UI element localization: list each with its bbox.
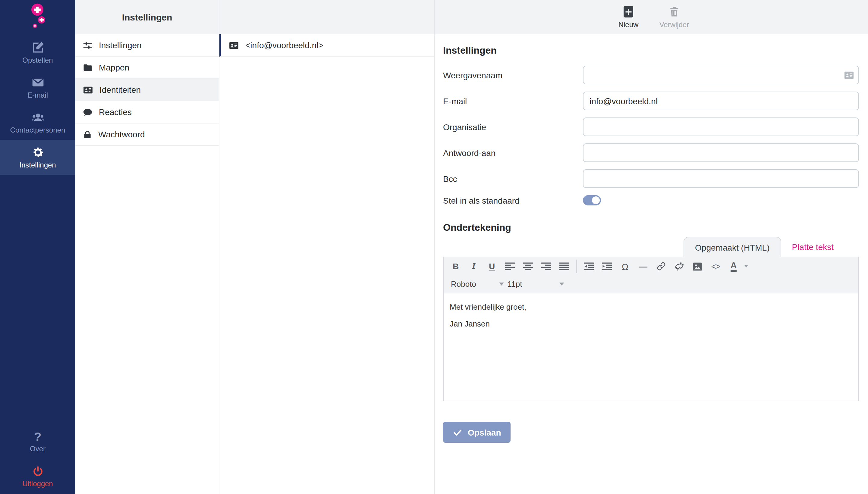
organization-label: Organisatie <box>443 122 583 132</box>
contact-card-icon[interactable] <box>844 71 854 79</box>
editor-toolbar-row-font: Roboto 11pt <box>444 275 858 293</box>
tab-html-signature[interactable]: Opgemaakt (HTML) <box>684 237 781 257</box>
webmail-app: Opstellen E-mail Contactpersonen In <box>0 0 868 494</box>
id-card-icon <box>82 84 93 95</box>
signature-tabs: Opgemaakt (HTML) Platte tekst <box>443 237 859 256</box>
compose-icon <box>31 41 44 54</box>
indent-button[interactable] <box>598 259 615 274</box>
display-name-input[interactable] <box>583 66 859 84</box>
settings-menu-item-folders[interactable]: Mappen <box>75 57 219 79</box>
tab-label: Platte tekst <box>792 242 834 251</box>
font-family-value: Roboto <box>451 280 476 289</box>
form-row-email: E-mail <box>443 92 859 110</box>
form-row-display-name: Weergavenaam <box>443 66 859 84</box>
gear-icon <box>31 146 44 159</box>
text-color-glyph: A <box>731 261 737 272</box>
signature-section-title: Ondertekening <box>443 222 859 233</box>
text-color-button[interactable]: A <box>725 259 742 274</box>
settings-menu-column: Instellingen Instellingen Mappen <box>75 0 219 494</box>
reply-to-input[interactable] <box>583 144 859 162</box>
save-button[interactable]: Opslaan <box>443 422 511 443</box>
identity-label: <info@voorbeeld.nl> <box>245 40 324 50</box>
horizontal-rule-button[interactable]: — <box>635 259 652 274</box>
settings-menu-item-responses[interactable]: Reacties <box>75 101 219 124</box>
outdent-icon <box>584 262 594 270</box>
reply-to-input-wrap <box>583 144 859 162</box>
app-logo[interactable] <box>0 0 75 35</box>
insert-image-button[interactable] <box>689 259 706 274</box>
justify-icon <box>559 262 569 270</box>
link-button[interactable] <box>653 259 670 274</box>
form-section-title: Instellingen <box>443 45 859 56</box>
organization-input-wrap <box>583 117 859 136</box>
taskbar-item-contacts[interactable]: Contactpersonen <box>0 105 75 140</box>
align-left-button[interactable] <box>501 259 518 274</box>
dropdown-caret-icon <box>560 283 565 286</box>
set-default-label: Stel in als standaard <box>443 195 583 205</box>
align-right-icon <box>541 262 551 270</box>
save-button-label: Opslaan <box>468 428 501 437</box>
form-row-default: Stel in als standaard <box>443 195 859 205</box>
taskbar-item-settings[interactable]: Instellingen <box>0 140 75 175</box>
italic-button[interactable]: I <box>465 259 482 274</box>
settings-menu-item-preferences[interactable]: Instellingen <box>75 34 219 57</box>
taskbar-item-about[interactable]: ? Over <box>0 424 75 459</box>
taskbar-spacer <box>0 175 75 424</box>
taskbar: Opstellen E-mail Contactpersonen In <box>0 0 75 494</box>
signature-editor-body[interactable]: Met vriendelijke groet, Jan Jansen <box>444 293 858 401</box>
signature-line: Met vriendelijke groet, <box>450 302 852 313</box>
new-identity-button[interactable]: Nieuw <box>610 5 647 28</box>
editor-toolbar-row-format: B I U <box>444 257 858 275</box>
sliders-icon <box>82 40 93 50</box>
align-left-icon <box>505 262 515 270</box>
identity-list-item[interactable]: <info@voorbeeld.nl> <box>219 34 434 57</box>
form-row-reply-to: Antwoord-aan <box>443 144 859 162</box>
taskbar-item-label: Opstellen <box>22 57 53 64</box>
editor-toolbar: B I U <box>444 257 858 293</box>
settings-menu-label: Instellingen <box>99 40 142 50</box>
align-right-button[interactable] <box>538 259 555 274</box>
toggle-knob <box>592 196 600 204</box>
comment-icon <box>82 107 93 117</box>
identities-list-column: <info@voorbeeld.nl> <box>219 0 435 494</box>
identity-form: Instellingen Weergavenaam E-mail <box>435 34 868 494</box>
organization-input[interactable] <box>583 117 859 136</box>
bcc-input-wrap <box>583 169 859 188</box>
settings-menu-item-identities[interactable]: Identiteiten <box>75 79 219 101</box>
bcc-input[interactable] <box>583 169 859 188</box>
unlink-button[interactable] <box>671 259 688 274</box>
trash-icon <box>669 5 679 18</box>
tab-plain-text-signature[interactable]: Platte tekst <box>781 237 845 256</box>
source-code-button[interactable]: <> <box>707 259 724 274</box>
taskbar-item-mail[interactable]: E-mail <box>0 70 75 105</box>
settings-menu-label: Wachtwoord <box>98 130 145 139</box>
settings-column-header: Instellingen <box>75 0 219 34</box>
new-identity-label: Nieuw <box>618 20 639 28</box>
settings-menu-label: Mappen <box>99 63 129 72</box>
image-icon <box>692 262 702 271</box>
reply-to-label: Antwoord-aan <box>443 148 583 157</box>
email-input-wrap <box>583 92 859 110</box>
taskbar-item-compose[interactable]: Opstellen <box>0 35 75 70</box>
align-center-button[interactable] <box>520 259 536 274</box>
plus-square-icon <box>623 5 634 18</box>
settings-menu-item-password[interactable]: Wachtwoord <box>75 124 219 146</box>
underline-button[interactable]: U <box>483 259 500 274</box>
special-char-button[interactable]: Ω <box>617 259 633 274</box>
set-default-toggle[interactable] <box>583 195 601 205</box>
justify-button[interactable] <box>556 259 573 274</box>
check-icon <box>453 428 462 437</box>
unlink-icon <box>675 262 684 271</box>
indent-icon <box>602 262 612 270</box>
settings-menu-label: Reacties <box>99 107 132 117</box>
taskbar-item-logout[interactable]: Uitloggen <box>0 459 75 494</box>
outdent-button[interactable] <box>580 259 597 274</box>
delete-identity-button[interactable]: Verwijder <box>655 5 693 28</box>
email-input[interactable] <box>583 92 859 110</box>
font-family-select[interactable]: Roboto <box>451 280 504 289</box>
bold-button[interactable]: B <box>447 259 464 274</box>
content-toolbar: Nieuw Verwijder <box>435 0 868 34</box>
settings-menu: Instellingen Mappen Identiteiten <box>75 34 219 146</box>
text-color-caret-icon[interactable] <box>744 265 748 267</box>
font-size-select[interactable]: 11pt <box>507 280 565 289</box>
